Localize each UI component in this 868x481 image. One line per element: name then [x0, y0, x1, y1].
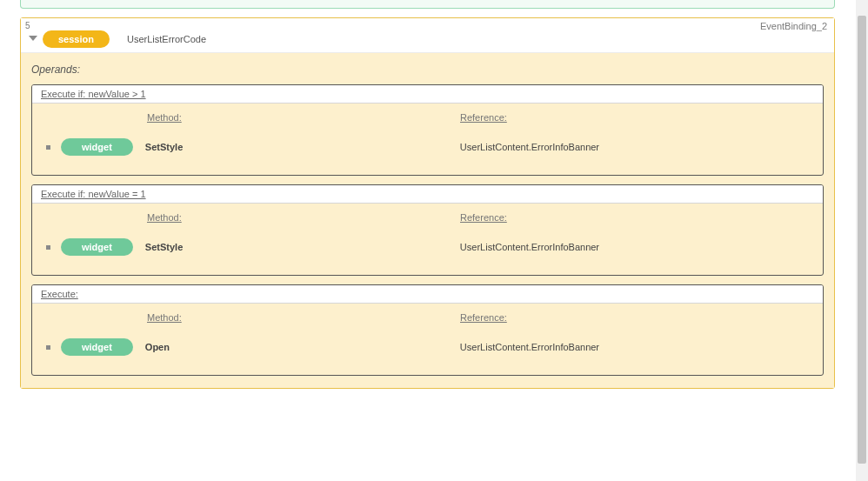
method-column-label: Method:	[147, 212, 460, 223]
session-pill[interactable]: session	[43, 30, 110, 48]
widget-pill[interactable]: widget	[61, 138, 133, 156]
execute-group: Execute: Method: Reference: widget Open …	[31, 284, 824, 376]
widget-pill[interactable]: widget	[61, 238, 133, 256]
reference-column-label: Reference:	[460, 112, 507, 123]
column-labels: Method: Reference:	[43, 112, 812, 123]
method-column-label: Method:	[147, 112, 460, 123]
widget-pill[interactable]: widget	[61, 338, 133, 356]
reference-column-label: Reference:	[460, 312, 507, 323]
panel-body: Operands: Execute if: newValue > 1 Metho…	[21, 53, 834, 388]
method-column-label: Method:	[147, 312, 460, 323]
viewport: 5 EventBinding_2 session UserListErrorCo…	[0, 0, 868, 481]
column-labels: Method: Reference:	[43, 312, 812, 323]
event-binding-panel: 5 EventBinding_2 session UserListErrorCo…	[20, 17, 835, 389]
operand-row: widget SetStyle UserListContent.ErrorInf…	[43, 138, 812, 156]
execute-body: Method: Reference: widget SetStyle UserL…	[32, 104, 823, 175]
previous-block-bottom	[20, 0, 835, 9]
execute-condition[interactable]: Execute if: newValue > 1	[32, 85, 823, 104]
method-value: SetStyle	[145, 142, 460, 152]
operand-row: widget SetStyle UserListContent.ErrorInf…	[43, 238, 812, 256]
panel-id-label: EventBinding_2	[760, 21, 827, 31]
binding-title: UserListErrorCode	[127, 34, 206, 44]
operand-row: widget Open UserListContent.ErrorInfoBan…	[43, 338, 812, 356]
execute-body: Method: Reference: widget SetStyle UserL…	[32, 204, 823, 275]
panel-index: 5	[25, 21, 30, 30]
execute-group: Execute if: newValue > 1 Method: Referen…	[31, 84, 824, 176]
execute-group: Execute if: newValue = 1 Method: Referen…	[31, 184, 824, 276]
bullet-icon	[46, 145, 50, 150]
bullet-icon	[46, 345, 50, 350]
scrollbar-track[interactable]	[856, 0, 868, 481]
reference-value: UserListContent.ErrorInfoBanner	[460, 242, 599, 252]
operands-label: Operands:	[31, 63, 824, 76]
reference-value: UserListContent.ErrorInfoBanner	[460, 142, 599, 152]
panel-header: 5 EventBinding_2 session UserListErrorCo…	[21, 18, 834, 53]
execute-condition[interactable]: Execute:	[32, 285, 823, 304]
execute-condition[interactable]: Execute if: newValue = 1	[32, 185, 823, 204]
method-value: SetStyle	[145, 242, 460, 252]
method-value: Open	[145, 342, 460, 352]
reference-column-label: Reference:	[460, 212, 507, 223]
bullet-icon	[46, 245, 50, 250]
expand-caret-icon[interactable]	[29, 36, 37, 41]
reference-value: UserListContent.ErrorInfoBanner	[460, 342, 599, 352]
execute-body: Method: Reference: widget Open UserListC…	[32, 304, 823, 375]
column-labels: Method: Reference:	[43, 212, 812, 223]
scrollbar-thumb[interactable]	[858, 16, 866, 464]
